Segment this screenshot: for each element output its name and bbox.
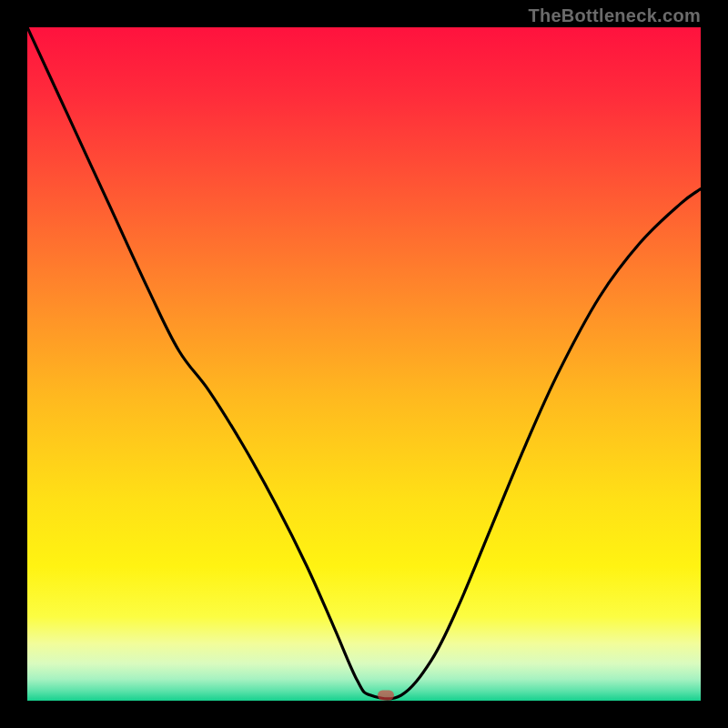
- plot-area: [27, 27, 701, 701]
- bottleneck-curve: [27, 27, 701, 701]
- chart-frame: TheBottleneck.com: [0, 0, 728, 728]
- bottleneck-marker: [378, 691, 394, 701]
- watermark-label: TheBottleneck.com: [528, 5, 701, 26]
